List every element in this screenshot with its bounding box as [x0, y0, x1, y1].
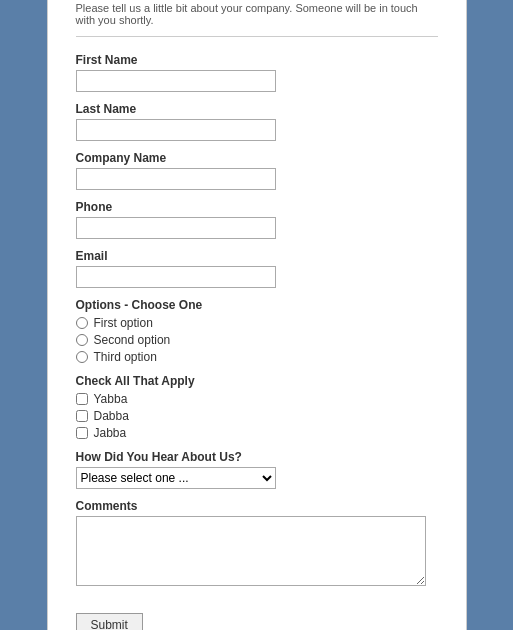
- email-label: Email: [76, 249, 438, 263]
- last-name-group: Last Name: [76, 102, 438, 141]
- email-input[interactable]: [76, 266, 276, 288]
- check-all-label: Check All That Apply: [76, 374, 438, 388]
- first-name-group: First Name: [76, 53, 438, 92]
- company-name-label: Company Name: [76, 151, 438, 165]
- hear-about-group: How Did You Hear About Us? Please select…: [76, 450, 438, 489]
- phone-group: Phone: [76, 200, 438, 239]
- company-name-group: Company Name: [76, 151, 438, 190]
- first-name-input[interactable]: [76, 70, 276, 92]
- last-name-label: Last Name: [76, 102, 438, 116]
- comments-label: Comments: [76, 499, 438, 513]
- radio-first-label: First option: [94, 316, 153, 330]
- comments-textarea[interactable]: [76, 516, 426, 586]
- form-container: General Inquiry Form Please tell us a li…: [47, 0, 467, 630]
- radio-second-label: Second option: [94, 333, 171, 347]
- options-label: Options - Choose One: [76, 298, 438, 312]
- radio-third[interactable]: [76, 351, 88, 363]
- checkbox-item-jabba: Jabba: [76, 426, 438, 440]
- phone-input[interactable]: [76, 217, 276, 239]
- checkbox-dabba-label: Dabba: [94, 409, 129, 423]
- checkbox-jabba[interactable]: [76, 427, 88, 439]
- submit-button[interactable]: Submit: [76, 613, 143, 630]
- options-group: Options - Choose One First option Second…: [76, 298, 438, 364]
- checkbox-item-yabba: Yabba: [76, 392, 438, 406]
- checkbox-item-dabba: Dabba: [76, 409, 438, 423]
- company-name-input[interactable]: [76, 168, 276, 190]
- radio-item-first: First option: [76, 316, 438, 330]
- radio-item-third: Third option: [76, 350, 438, 364]
- checkbox-dabba[interactable]: [76, 410, 88, 422]
- radio-first[interactable]: [76, 317, 88, 329]
- hear-about-label: How Did You Hear About Us?: [76, 450, 438, 464]
- radio-second[interactable]: [76, 334, 88, 346]
- radio-group: First option Second option Third option: [76, 316, 438, 364]
- first-name-label: First Name: [76, 53, 438, 67]
- radio-item-second: Second option: [76, 333, 438, 347]
- checkbox-group: Yabba Dabba Jabba: [76, 392, 438, 440]
- checkbox-yabba[interactable]: [76, 393, 88, 405]
- email-group: Email: [76, 249, 438, 288]
- inquiry-form: First Name Last Name Company Name Phone …: [76, 53, 438, 630]
- last-name-input[interactable]: [76, 119, 276, 141]
- comments-group: Comments: [76, 499, 438, 589]
- phone-label: Phone: [76, 200, 438, 214]
- radio-third-label: Third option: [94, 350, 157, 364]
- form-subtitle: Please tell us a little bit about your c…: [76, 2, 438, 37]
- checkbox-yabba-label: Yabba: [94, 392, 128, 406]
- check-all-group: Check All That Apply Yabba Dabba Jabba: [76, 374, 438, 440]
- hear-about-select[interactable]: Please select one ... Google Friend Adve…: [76, 467, 276, 489]
- checkbox-jabba-label: Jabba: [94, 426, 127, 440]
